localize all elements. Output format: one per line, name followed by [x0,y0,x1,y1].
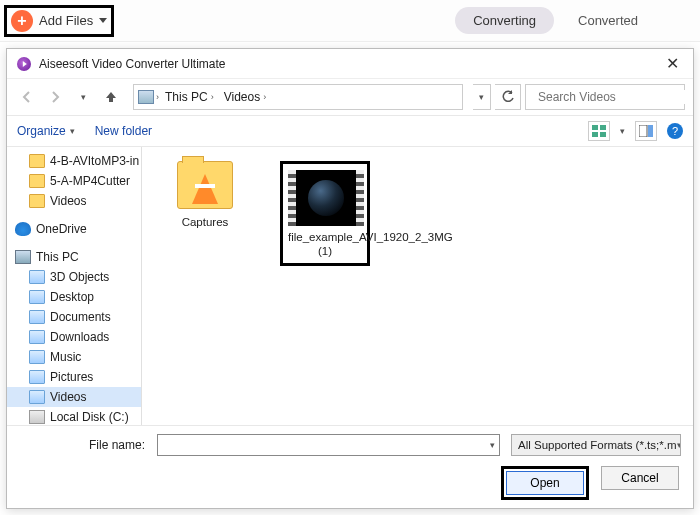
svg-rect-5 [600,132,606,137]
help-icon[interactable]: ? [667,123,683,139]
view-mode-button[interactable] [588,121,610,141]
folder-captures[interactable]: Captures [160,161,250,229]
file-open-dialog: Aiseesoft Video Converter Ultimate ✕ ▾ ›… [6,48,694,509]
toolbar: Organize ▾ New folder ▾ ? [7,115,693,147]
breadcrumb-seg-videos[interactable]: Videos› [220,90,270,104]
drive-icon [29,410,45,424]
chevron-down-icon [99,18,107,23]
svg-rect-2 [592,125,598,130]
filename-dropdown[interactable]: ▾ [490,440,495,450]
dialog-body: 4-B-AVItoMP3-in 5-A-MP4Cutter Videos One… [7,147,693,425]
tree-item[interactable]: 3D Objects [7,267,141,287]
tree-item[interactable]: Music [7,347,141,367]
folder-icon [177,161,233,209]
tree-item-videos[interactable]: Videos [7,387,141,407]
open-button-highlight: Open [501,466,589,500]
svg-rect-4 [592,132,598,137]
breadcrumb[interactable]: › This PC› Videos› [133,84,463,110]
folder-icon [29,370,45,384]
folder-icon [29,390,45,404]
cloud-icon [15,222,31,236]
search-box[interactable] [525,84,685,110]
dialog-footer: File name: ▾ All Supported Formats (*.ts… [7,425,693,508]
app-icon [17,57,31,71]
chevron-down-icon: ▾ [70,126,75,136]
svg-rect-7 [648,125,653,137]
tree-item[interactable]: Downloads [7,327,141,347]
file-label: file_example_AVI_1920_2_3MG (1) [288,230,362,259]
tab-converted[interactable]: Converted [560,7,656,34]
app-bar: + Add Files Converting Converted [0,0,700,42]
tab-converting[interactable]: Converting [455,7,554,34]
filename-label: File name: [19,438,149,452]
folder-icon [29,310,45,324]
file-label: Captures [160,215,250,229]
up-button[interactable] [99,85,123,109]
pc-icon [15,250,31,264]
tree-item-onedrive[interactable]: OneDrive [7,219,141,239]
folder-icon [29,174,45,188]
close-icon[interactable]: ✕ [662,54,683,73]
video-thumbnail [288,170,364,226]
path-history-dropdown[interactable]: ▾ [473,84,491,110]
vlc-cone-icon [192,174,218,204]
tree-item[interactable]: Videos [7,191,141,211]
search-input[interactable] [538,90,688,104]
dialog-titlebar: Aiseesoft Video Converter Ultimate ✕ [7,49,693,79]
chevron-right-icon: › [156,92,159,102]
view-dropdown[interactable]: ▾ [620,126,625,136]
recent-dropdown[interactable]: ▾ [71,85,95,109]
add-files-label: Add Files [39,13,93,28]
tree-item[interactable]: 5-A-MP4Cutter [7,171,141,191]
tree-item[interactable]: 4-B-AVItoMP3-in [7,151,141,171]
add-files-button[interactable]: + Add Files [4,5,114,37]
tree-item[interactable]: Pictures [7,367,141,387]
organize-menu[interactable]: Organize ▾ [17,124,75,138]
earth-icon [308,180,344,216]
pc-icon [138,90,154,104]
folder-icon [29,290,45,304]
svg-rect-6 [639,125,647,137]
tree-item[interactable]: Documents [7,307,141,327]
folder-icon [29,350,45,364]
preview-pane-button[interactable] [635,121,657,141]
dialog-title: Aiseesoft Video Converter Ultimate [39,57,662,71]
filename-input[interactable] [157,434,500,456]
plus-icon: + [11,10,33,32]
tree-item[interactable]: Local Disk (C:) [7,407,141,425]
breadcrumb-seg-thispc[interactable]: This PC› [161,90,218,104]
svg-rect-3 [600,125,606,130]
folder-icon [29,270,45,284]
new-folder-button[interactable]: New folder [95,124,152,138]
tree-item[interactable]: Desktop [7,287,141,307]
folder-icon [29,154,45,168]
forward-button[interactable] [43,85,67,109]
file-list[interactable]: Captures file_example_AVI_1920_2_3MG (1) [142,147,693,425]
nav-row: ▾ › This PC› Videos› ▾ [7,79,693,115]
tree-item-thispc[interactable]: This PC [7,247,141,267]
filetype-select[interactable]: All Supported Formats (*.ts;*.m▾ [511,434,681,456]
refresh-button[interactable] [495,84,521,110]
file-video-selected[interactable]: file_example_AVI_1920_2_3MG (1) [280,161,370,266]
app-tabs: Converting Converted [455,7,656,34]
open-button[interactable]: Open [506,471,584,495]
folder-icon [29,330,45,344]
cancel-button[interactable]: Cancel [601,466,679,490]
nav-tree[interactable]: 4-B-AVItoMP3-in 5-A-MP4Cutter Videos One… [7,147,142,425]
back-button[interactable] [15,85,39,109]
folder-icon [29,194,45,208]
